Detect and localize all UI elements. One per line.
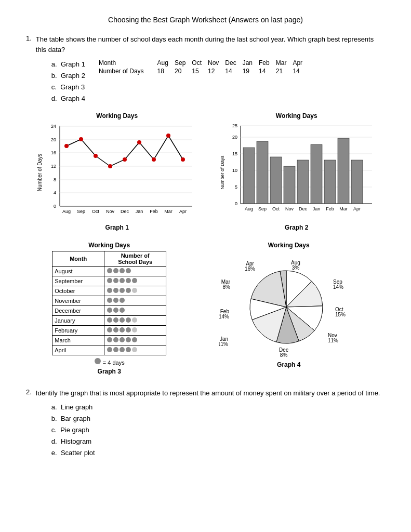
- table-row: April: [52, 345, 166, 355]
- svg-point-29: [108, 164, 112, 168]
- svg-text:8%: 8%: [280, 352, 288, 358]
- svg-text:12: 12: [51, 164, 56, 169]
- svg-text:Aug: Aug: [62, 209, 71, 214]
- svg-point-26: [64, 144, 69, 148]
- svg-text:11%: 11%: [328, 338, 338, 343]
- svg-point-33: [166, 134, 170, 138]
- graph2-svg-wrap: Number of Days 0 5 10 15 20 25: [219, 121, 375, 222]
- graph3-title: Working Days: [88, 242, 130, 249]
- graph4-container: Working Days: [219, 242, 359, 368]
- q2-options: a. Line graph b. Bar graph c. Pie graph …: [36, 402, 380, 459]
- q1-option-d: d. Graph 4: [51, 93, 85, 104]
- svg-text:0: 0: [235, 201, 237, 206]
- graph3-label: Graph 3: [98, 368, 121, 375]
- svg-rect-56: [338, 138, 349, 204]
- graph1-title: Working Days: [96, 112, 138, 119]
- graphs-row-1: Working Days Number of Days 0 4 8: [26, 112, 385, 231]
- svg-point-31: [137, 140, 141, 144]
- graph2-label: Graph 2: [285, 224, 308, 231]
- graph1-label: Graph 1: [105, 224, 129, 231]
- graph3-col1: Month: [52, 251, 104, 267]
- svg-point-28: [94, 154, 98, 158]
- svg-text:15%: 15%: [335, 312, 346, 317]
- svg-text:Feb: Feb: [326, 206, 334, 211]
- table-row: November: [52, 296, 166, 306]
- graph2-svg: Number of Days 0 5 10 15 20 25: [219, 121, 375, 222]
- graph3-col2: Number ofSchool Days: [104, 251, 166, 267]
- q2-text: Identify the graph that is most appropri…: [36, 388, 380, 398]
- svg-text:3%: 3%: [292, 265, 300, 271]
- q2-option-e: e. Scatter plot: [51, 447, 380, 459]
- table-row: October: [52, 286, 166, 296]
- svg-text:20: 20: [51, 137, 56, 142]
- svg-text:5: 5: [235, 184, 237, 190]
- question-2: 2. Identify the graph that is most appro…: [26, 388, 385, 459]
- svg-text:Dec: Dec: [299, 206, 308, 211]
- svg-text:8%: 8%: [222, 284, 230, 290]
- graph3-table: Month Number ofSchool Days August Septem…: [52, 251, 166, 355]
- svg-text:14%: 14%: [333, 284, 343, 290]
- graph3-legend: = 4 days: [52, 357, 166, 366]
- graph1-container: Working Days Number of Days 0 4 8: [36, 112, 197, 231]
- svg-point-32: [152, 157, 156, 162]
- svg-rect-53: [297, 160, 309, 204]
- q2-option-d: d. Histogram: [51, 436, 380, 447]
- svg-text:Nov: Nov: [106, 209, 115, 214]
- q2-option-c: c. Pie graph: [51, 424, 380, 436]
- graph3-table-wrap: Month Number ofSchool Days August Septem…: [52, 251, 166, 366]
- q2-option-b: b. Bar graph: [51, 413, 380, 424]
- question-1: 1. The table shows the number of school …: [26, 34, 385, 375]
- graph4-label: Graph 4: [277, 361, 300, 368]
- svg-text:Apr: Apr: [179, 209, 187, 214]
- q1-option-c: c. Graph 3: [51, 82, 85, 93]
- table-row: September: [52, 276, 166, 286]
- svg-rect-55: [324, 160, 336, 204]
- svg-text:11%: 11%: [219, 341, 228, 347]
- svg-point-30: [123, 157, 127, 162]
- svg-text:4: 4: [54, 190, 56, 195]
- svg-text:20: 20: [232, 135, 237, 140]
- svg-text:25: 25: [232, 123, 237, 128]
- graph2-title: Working Days: [276, 112, 317, 119]
- q2-number: 2.: [26, 388, 32, 396]
- svg-rect-49: [243, 148, 255, 204]
- svg-text:10: 10: [232, 168, 237, 173]
- q1-text: The table shows the number of school day…: [36, 34, 385, 55]
- svg-point-34: [181, 157, 185, 162]
- table-row: February: [52, 326, 166, 336]
- svg-text:Apr: Apr: [353, 206, 361, 211]
- svg-text:16%: 16%: [245, 266, 255, 272]
- svg-text:0: 0: [54, 204, 56, 209]
- svg-text:8: 8: [54, 177, 56, 182]
- table-row: December: [52, 306, 166, 316]
- svg-text:Number of Days: Number of Days: [220, 155, 225, 190]
- graph4-svg: Aug 3% Sep 14% Oct 15% Nov 11% Dec 8% Ja…: [219, 250, 359, 359]
- table-row: March: [52, 336, 166, 345]
- graph1-svg: Number of Days 0 4 8 12 16: [36, 121, 197, 222]
- table-row: January: [52, 316, 166, 326]
- svg-point-27: [79, 137, 83, 141]
- graph4-svg-wrap: Aug 3% Sep 14% Oct 15% Nov 11% Dec 8% Ja…: [219, 250, 359, 359]
- svg-text:Sep: Sep: [77, 209, 85, 214]
- q1-number: 1.: [26, 34, 32, 42]
- graph2-container: Working Days Number of Days 0 5 10 15: [219, 112, 375, 231]
- svg-text:Feb: Feb: [150, 209, 158, 214]
- svg-text:Dec: Dec: [121, 209, 129, 214]
- graph4-title: Working Days: [268, 242, 310, 249]
- svg-text:Oct: Oct: [92, 209, 100, 214]
- svg-rect-51: [270, 157, 282, 204]
- svg-text:Mar: Mar: [165, 209, 173, 214]
- graph3-container: Working Days Month Number ofSchool Days …: [52, 242, 166, 375]
- q1-option-b: b. Graph 2: [51, 70, 85, 82]
- svg-text:14%: 14%: [219, 314, 229, 320]
- table-row: August: [52, 267, 166, 276]
- svg-rect-54: [311, 144, 322, 204]
- svg-text:Jan: Jan: [312, 206, 320, 211]
- page-title: Choosing the Best Graph Worksheet (Answe…: [26, 16, 385, 24]
- svg-text:Number of Days: Number of Days: [37, 154, 43, 191]
- svg-text:Mar: Mar: [339, 206, 348, 211]
- q1-option-a: a. Graph 1: [51, 59, 85, 70]
- svg-text:24: 24: [51, 124, 56, 129]
- svg-rect-52: [284, 166, 295, 204]
- q1-options: a. Graph 1 b. Graph 2 c. Graph 3 d. Grap…: [36, 59, 85, 104]
